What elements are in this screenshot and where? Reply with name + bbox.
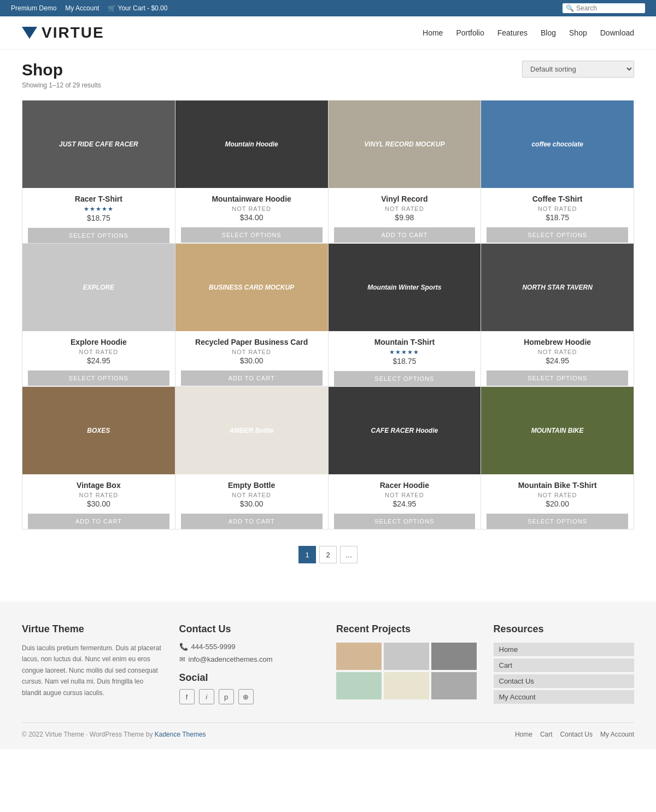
- product-card: Mountain Hoodie Mountainware Hoodie NOT …: [175, 101, 329, 244]
- nav-shop[interactable]: Shop: [569, 28, 587, 37]
- product-name: Coffee T-Shirt: [487, 195, 628, 203]
- product-info: Homebrew Hoodie NOT RATED $24.95 SELECT …: [481, 331, 634, 386]
- product-action-button[interactable]: SELECT OPTIONS: [334, 514, 476, 529]
- resource-account[interactable]: My Account: [494, 690, 635, 704]
- product-image: Mountain Winter Sports: [329, 244, 481, 331]
- cart-icon: 🛒: [108, 4, 116, 12]
- footer-bottom-contact[interactable]: Contact Us: [560, 731, 593, 738]
- main-nav: Home Portfolio Features Blog Shop Downlo…: [423, 28, 634, 37]
- product-image-wrap[interactable]: JUST RIDE CAFE RACER: [22, 101, 175, 188]
- product-not-rated: NOT RATED: [334, 205, 476, 212]
- shop-title: Shop: [22, 61, 101, 79]
- product-price: $24.95: [28, 356, 169, 365]
- product-name: Mountain Bike T-Shirt: [487, 481, 628, 490]
- product-info: Explore Hoodie NOT RATED $24.95 SELECT O…: [22, 331, 175, 386]
- product-price: $9.98: [334, 213, 476, 222]
- kadence-link[interactable]: Kadence Themes: [155, 731, 206, 738]
- footer-phone: 📞 444-555-9999: [179, 643, 320, 651]
- search-input[interactable]: [576, 4, 642, 12]
- product-card: Mountain Winter Sports Mountain T-Shirt …: [329, 244, 482, 387]
- project-thumb-2[interactable]: [384, 643, 429, 670]
- product-image-wrap[interactable]: NORTH STAR TAVERN: [481, 244, 634, 331]
- pinterest-icon[interactable]: p: [219, 689, 234, 704]
- product-info: Racer Hoodie NOT RATED $24.95 SELECT OPT…: [329, 474, 481, 529]
- product-name: Racer Hoodie: [334, 481, 476, 490]
- shop-subtitle: Showing 1–12 of 29 results: [22, 81, 101, 89]
- product-image-wrap[interactable]: coffee chocolate: [481, 101, 634, 188]
- shop-header: Shop Showing 1–12 of 29 results Default …: [22, 61, 634, 89]
- other-social-icon[interactable]: ⊕: [238, 689, 254, 704]
- product-action-button[interactable]: SELECT OPTIONS: [487, 370, 628, 386]
- project-thumb-4[interactable]: [336, 672, 382, 699]
- product-price: $20.00: [487, 499, 628, 508]
- cart-link[interactable]: 🛒 Your Cart - $0.00: [108, 4, 167, 12]
- footer-bottom-home[interactable]: Home: [515, 731, 532, 738]
- product-info: Mountain Bike T-Shirt NOT RATED $20.00 S…: [481, 474, 634, 529]
- nav-download[interactable]: Download: [600, 28, 634, 37]
- project-thumb-1[interactable]: [336, 643, 382, 670]
- product-action-button[interactable]: ADD TO CART: [28, 514, 169, 529]
- search-box[interactable]: 🔍: [563, 3, 645, 13]
- project-thumb-6[interactable]: [431, 672, 477, 699]
- product-action-button[interactable]: SELECT OPTIONS: [487, 227, 628, 243]
- page-btn-ellipsis[interactable]: …: [340, 546, 358, 563]
- product-action-button[interactable]: SELECT OPTIONS: [28, 370, 169, 386]
- page-btn-1[interactable]: 1: [298, 546, 316, 563]
- my-account-link[interactable]: My Account: [65, 4, 99, 12]
- instagram-icon[interactable]: 𝑖: [199, 689, 214, 704]
- resource-contact[interactable]: Contact Us: [494, 674, 635, 688]
- product-card: JUST RIDE CAFE RACER Racer T-Shirt ★★★★★…: [22, 101, 175, 244]
- project-thumb-5[interactable]: [384, 672, 429, 699]
- nav-home[interactable]: Home: [423, 28, 443, 37]
- product-image: BUSINESS CARD MOCKUP: [175, 244, 328, 331]
- logo[interactable]: VIRTUE: [22, 24, 104, 42]
- sort-select[interactable]: Default sorting Sort by popularity Sort …: [522, 61, 634, 78]
- product-image-wrap[interactable]: Mountain Winter Sports: [329, 244, 481, 331]
- product-action-button[interactable]: ADD TO CART: [334, 227, 476, 243]
- resource-home[interactable]: Home: [494, 643, 635, 656]
- product-stars: ★★★★★: [28, 205, 169, 213]
- product-card: EXPLORE Explore Hoodie NOT RATED $24.95 …: [22, 244, 175, 387]
- product-action-button[interactable]: SELECT OPTIONS: [181, 227, 323, 243]
- footer-bottom-cart[interactable]: Cart: [540, 731, 553, 738]
- premium-demo-link[interactable]: Premium Demo: [11, 4, 56, 12]
- footer-bottom-account[interactable]: My Account: [600, 731, 634, 738]
- resource-cart[interactable]: Cart: [494, 658, 635, 672]
- footer-virtue-title: Virtue Theme: [22, 623, 163, 635]
- product-info: Mountainware Hoodie NOT RATED $34.00 SEL…: [175, 188, 328, 243]
- footer-bottom: © 2022 Virtue Theme · WordPress Theme by…: [22, 722, 634, 738]
- product-image-wrap[interactable]: BOXES: [22, 387, 175, 474]
- footer-col-contact: Contact Us 📞 444-555-9999 ✉ info@kadence…: [179, 623, 320, 706]
- product-image-wrap[interactable]: MOUNTAIN BIKE: [481, 387, 634, 474]
- footer-social-links: f 𝑖 p ⊕: [179, 689, 320, 704]
- project-thumb-3[interactable]: [431, 643, 477, 670]
- product-image-wrap[interactable]: AMBER Bottle: [175, 387, 328, 474]
- nav-blog[interactable]: Blog: [541, 28, 556, 37]
- facebook-icon[interactable]: f: [179, 689, 195, 704]
- product-price: $24.95: [334, 499, 476, 508]
- product-image-wrap[interactable]: Mountain Hoodie: [175, 101, 328, 188]
- footer: Virtue Theme Duis iaculis pretium fermen…: [0, 602, 656, 749]
- product-image-wrap[interactable]: EXPLORE: [22, 244, 175, 331]
- product-not-rated: NOT RATED: [487, 349, 628, 355]
- copyright-text: © 2022 Virtue Theme · WordPress Theme by: [22, 731, 153, 738]
- product-card: NORTH STAR TAVERN Homebrew Hoodie NOT RA…: [481, 244, 634, 387]
- product-info: Vintage Box NOT RATED $30.00 ADD TO CART: [22, 474, 175, 529]
- product-action-button[interactable]: SELECT OPTIONS: [487, 514, 628, 529]
- nav-portfolio[interactable]: Portfolio: [456, 28, 484, 37]
- top-bar-left: Premium Demo My Account 🛒 Your Cart - $0…: [11, 4, 167, 12]
- footer-contact-title: Contact Us: [179, 623, 320, 635]
- header: VIRTUE Home Portfolio Features Blog Shop…: [0, 16, 656, 50]
- product-image-wrap[interactable]: BUSINESS CARD MOCKUP: [175, 244, 328, 331]
- product-action-button[interactable]: ADD TO CART: [181, 514, 323, 529]
- product-not-rated: NOT RATED: [181, 492, 323, 498]
- page-btn-2[interactable]: 2: [319, 546, 337, 563]
- nav-features[interactable]: Features: [497, 28, 528, 37]
- product-image-wrap[interactable]: CAFE RACER Hoodie: [329, 387, 481, 474]
- product-action-button[interactable]: ADD TO CART: [181, 370, 323, 386]
- product-image-wrap[interactable]: VINYL RECORD MOCKUP: [329, 101, 481, 188]
- product-action-button[interactable]: SELECT OPTIONS: [334, 371, 476, 386]
- product-not-rated: NOT RATED: [28, 492, 169, 498]
- footer-social-title: Social: [179, 672, 320, 684]
- product-action-button[interactable]: SELECT OPTIONS: [28, 228, 169, 243]
